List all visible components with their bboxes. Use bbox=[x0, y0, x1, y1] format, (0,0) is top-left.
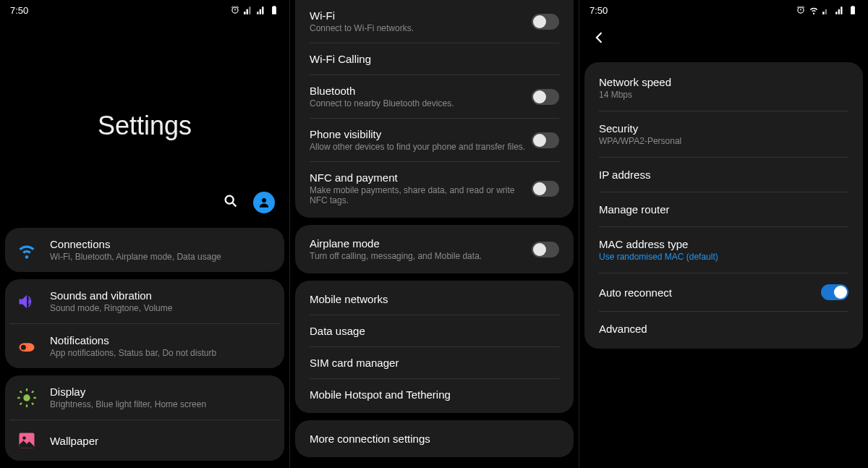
toggle-auto-reconnect[interactable] bbox=[821, 284, 848, 300]
alarm-icon bbox=[230, 5, 240, 15]
conn-row-more-connection-settings[interactable]: More connection settings bbox=[295, 423, 574, 454]
svg-point-2 bbox=[262, 198, 266, 203]
signal-icon-2 bbox=[256, 5, 266, 15]
detail-row-manage-router[interactable]: Manage router bbox=[584, 192, 863, 226]
account-button[interactable] bbox=[253, 192, 275, 213]
conn-row-sim-card-manager[interactable]: SIM card manager bbox=[295, 347, 574, 378]
row-sub: 14 Mbps bbox=[599, 90, 848, 100]
settings-row-wallpaper[interactable]: Wallpaper bbox=[9, 420, 280, 461]
row-title: Notifications bbox=[50, 334, 273, 346]
wifi-icon bbox=[17, 240, 37, 260]
row-title: Advanced bbox=[599, 323, 848, 335]
svg-line-12 bbox=[20, 403, 22, 404]
svg-line-13 bbox=[32, 391, 33, 392]
conn-row-mobile-hotspot-and-tethering[interactable]: Mobile Hotspot and Tethering bbox=[295, 379, 574, 410]
row-sub: Turn off calling, messaging, and Mobile … bbox=[310, 251, 532, 261]
detail-row-security[interactable]: Security WPA/WPA2-Personal bbox=[584, 111, 863, 157]
row-title: MAC address type bbox=[599, 238, 848, 250]
conn-row-data-usage[interactable]: Data usage bbox=[295, 315, 574, 346]
toggle-nfc-and-payment[interactable] bbox=[532, 181, 559, 197]
person-icon bbox=[258, 196, 271, 209]
row-sub: Connect to Wi-Fi networks. bbox=[310, 23, 532, 33]
status-icons bbox=[796, 5, 858, 15]
row-sub: Connect to nearby Bluetooth devices. bbox=[310, 98, 532, 109]
row-text: Sounds and vibration Sound mode, Rington… bbox=[50, 289, 273, 313]
conn-row-mobile-networks[interactable]: Mobile networks bbox=[295, 284, 574, 315]
settings-header: Settings bbox=[0, 20, 289, 192]
row-sub: WPA/WPA2-Personal bbox=[599, 136, 848, 146]
search-button[interactable] bbox=[223, 193, 239, 212]
status-bar: 7:50 bbox=[579, 0, 868, 20]
settings-group: Sounds and vibration Sound mode, Rington… bbox=[5, 279, 284, 368]
phone-screen-connections: Wi-Fi Connect to Wi-Fi networks. Wi-Fi C… bbox=[289, 0, 579, 468]
page-title: Settings bbox=[0, 111, 289, 141]
signal-icon bbox=[822, 5, 832, 15]
sound-icon bbox=[17, 292, 37, 312]
conn-row-wi-fi[interactable]: Wi-Fi Connect to Wi-Fi networks. bbox=[295, 0, 574, 43]
toggle-wi-fi[interactable] bbox=[532, 14, 559, 30]
row-title: More connection settings bbox=[310, 433, 559, 445]
svg-line-10 bbox=[20, 391, 22, 392]
conn-row-nfc-and-payment[interactable]: NFC and payment Make mobile payments, sh… bbox=[295, 162, 574, 215]
settings-row-display[interactable]: Display Brightness, Blue light filter, H… bbox=[5, 375, 284, 420]
conn-row-wi-fi-calling[interactable]: Wi-Fi Calling bbox=[295, 43, 574, 75]
row-sub: App notifications, Status bar, Do not di… bbox=[50, 348, 273, 358]
svg-point-5 bbox=[23, 394, 30, 401]
row-title: Phone visibility bbox=[310, 128, 532, 140]
notif-icon bbox=[17, 336, 37, 357]
row-sub: Sound mode, Ringtone, Volume bbox=[50, 303, 273, 313]
row-text: Manage router bbox=[599, 203, 848, 216]
row-text: Auto reconnect bbox=[599, 286, 821, 299]
row-title: Wallpaper bbox=[50, 435, 273, 447]
back-icon bbox=[592, 30, 607, 45]
detail-row-network-speed[interactable]: Network speed 14 Mbps bbox=[584, 65, 863, 111]
display-icon bbox=[17, 388, 37, 408]
row-text: Data usage bbox=[310, 325, 559, 337]
row-title: Display bbox=[50, 386, 273, 398]
svg-point-4 bbox=[21, 344, 26, 349]
conn-row-phone-visibility[interactable]: Phone visibility Allow other devices to … bbox=[295, 119, 574, 161]
toggle-phone-visibility[interactable] bbox=[532, 132, 559, 148]
conn-row-airplane-mode[interactable]: Airplane mode Turn off calling, messagin… bbox=[295, 228, 574, 271]
row-sub: Wi-Fi, Bluetooth, Airplane mode, Data us… bbox=[50, 252, 273, 262]
settings-row-sounds-and-vibration[interactable]: Sounds and vibration Sound mode, Rington… bbox=[5, 279, 284, 323]
row-title: Mobile networks bbox=[310, 293, 559, 305]
row-sub: Use randomised MAC (default) bbox=[599, 252, 848, 262]
detail-row-auto-reconnect[interactable]: Auto reconnect bbox=[584, 273, 863, 311]
row-title: NFC and payment bbox=[310, 171, 532, 184]
row-text: Display Brightness, Blue light filter, H… bbox=[50, 386, 273, 409]
row-title: Network speed bbox=[599, 76, 848, 88]
settings-row-connections[interactable]: Connections Wi-Fi, Bluetooth, Airplane m… bbox=[5, 228, 284, 272]
row-text: IP address bbox=[599, 169, 848, 181]
settings-row-notifications[interactable]: Notifications App notifications, Status … bbox=[9, 323, 280, 368]
svg-line-1 bbox=[233, 203, 237, 207]
conn-row-bluetooth[interactable]: Bluetooth Connect to nearby Bluetooth de… bbox=[295, 75, 574, 118]
row-title: Bluetooth bbox=[310, 85, 532, 97]
detail-row-mac-address-type[interactable]: MAC address type Use randomised MAC (def… bbox=[584, 227, 863, 273]
status-bar: 7:50 bbox=[0, 0, 289, 20]
svg-point-0 bbox=[226, 196, 234, 204]
back-button[interactable] bbox=[579, 20, 868, 58]
row-title: Airplane mode bbox=[310, 237, 532, 250]
status-time: 7:50 bbox=[10, 5, 28, 16]
signal-icon bbox=[243, 5, 253, 15]
detail-row-ip-address[interactable]: IP address bbox=[584, 158, 863, 192]
row-sub: Make mobile payments, share data, and re… bbox=[310, 185, 532, 205]
toggle-airplane-mode[interactable] bbox=[532, 242, 559, 258]
detail-row-advanced[interactable]: Advanced bbox=[584, 312, 863, 346]
signal-icon-2 bbox=[835, 5, 845, 15]
row-text: Security WPA/WPA2-Personal bbox=[599, 122, 848, 146]
row-title: Manage router bbox=[599, 203, 848, 216]
row-text: Mobile networks bbox=[310, 293, 559, 305]
row-text: NFC and payment Make mobile payments, sh… bbox=[310, 171, 532, 205]
row-text: More connection settings bbox=[310, 433, 559, 445]
toggle-bluetooth[interactable] bbox=[532, 89, 559, 105]
battery-icon bbox=[848, 5, 858, 15]
row-text: Wi-Fi Calling bbox=[310, 53, 559, 65]
status-time: 7:50 bbox=[590, 5, 608, 16]
wifi-status-icon bbox=[809, 5, 819, 15]
row-title: Wi-Fi bbox=[310, 9, 532, 22]
header-actions bbox=[0, 192, 289, 228]
wallpaper-icon bbox=[17, 430, 37, 451]
row-title: IP address bbox=[599, 169, 848, 181]
